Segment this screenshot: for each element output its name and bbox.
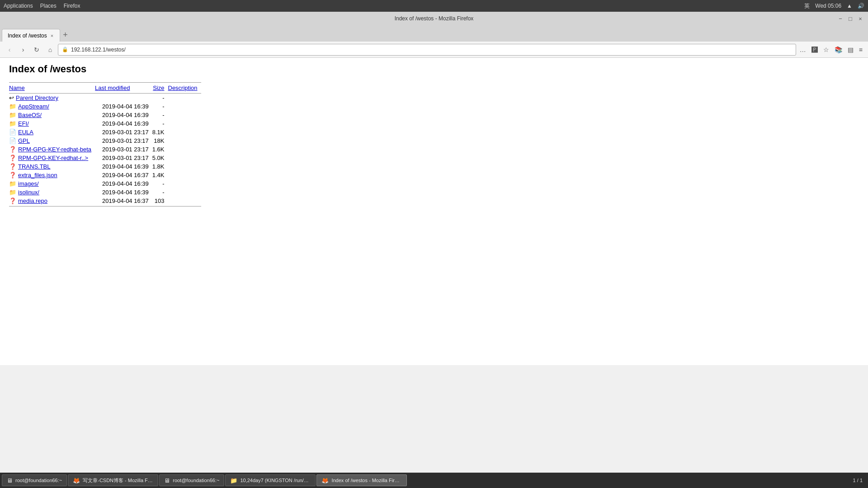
file-modified-cell: 2019-03-01 23:17 — [95, 145, 152, 154]
column-name[interactable]: Name — [9, 83, 95, 94]
file-unknown-icon: ❓ — [9, 172, 16, 178]
column-last-modified[interactable]: Last modified — [95, 83, 152, 94]
pocket-button[interactable]: 🅿 — [810, 45, 820, 54]
url-text: 192.168.122.1/westos/ — [71, 47, 792, 53]
forward-button[interactable]: › — [17, 44, 29, 56]
file-link[interactable]: EFI/ — [18, 120, 29, 127]
file-desc-cell — [168, 119, 201, 128]
firefox-menu[interactable]: Firefox — [64, 3, 80, 9]
home-button[interactable]: ⌂ — [44, 44, 56, 56]
file-desc-cell — [168, 154, 201, 162]
file-link[interactable]: isolinux/ — [18, 189, 39, 196]
column-description[interactable]: Description — [168, 83, 201, 94]
reload-button[interactable]: ↻ — [31, 44, 42, 56]
title-bar: Index of /westos - Mozilla Firefox − □ × — [0, 12, 868, 25]
file-name-cell[interactable]: ❓RPM-GPG-KEY-redhat-beta — [9, 145, 95, 154]
table-row: 📄GPL2019-03-01 23:1718K — [9, 136, 201, 145]
applications-menu[interactable]: Applications — [4, 3, 33, 9]
close-button[interactable]: × — [856, 14, 864, 23]
folder-icon: 📁 — [9, 112, 16, 118]
file-modified-cell: 2019-04-04 16:39 — [95, 179, 152, 188]
file-link[interactable]: media.repo — [18, 197, 47, 204]
file-name-cell[interactable]: 📄EULA — [9, 128, 95, 136]
file-link[interactable]: RPM-GPG-KEY-redhat-r..> — [18, 155, 88, 161]
file-size-cell: - — [152, 179, 168, 188]
table-row: ❓media.repo2019-04-04 16:37103 — [9, 197, 201, 206]
file-link[interactable]: EULA — [18, 129, 33, 136]
file-name-cell[interactable]: ❓TRANS.TBL — [9, 162, 95, 171]
file-name-cell[interactable]: 📁isolinux/ — [9, 188, 95, 197]
file-unknown-icon: ❓ — [9, 155, 16, 161]
file-desc-cell — [168, 102, 201, 111]
nav-bar: ‹ › ↻ ⌂ 🔒 192.168.122.1/westos/ … 🅿 ☆ 📚 … — [0, 42, 868, 58]
page-title: Index of /westos — [9, 63, 859, 75]
file-link[interactable]: TRANS.TBL — [18, 163, 51, 170]
tab-close-button[interactable]: × — [50, 33, 54, 38]
protocol-icon: 🔒 — [62, 47, 68, 52]
file-size-cell: 103 — [152, 197, 168, 206]
file-name-cell[interactable]: 📁AppStream/ — [9, 102, 95, 111]
new-tab-button[interactable]: + — [60, 30, 71, 40]
table-footer — [9, 206, 201, 210]
table-row: 📁images/2019-04-04 16:39- — [9, 179, 201, 188]
volume-icon: 🔊 — [858, 3, 864, 9]
back-icon: ↩ — [9, 94, 14, 101]
minimize-button[interactable]: − — [836, 14, 844, 23]
menu-button[interactable]: ≡ — [857, 45, 864, 54]
back-button[interactable]: ‹ — [4, 44, 15, 56]
table-row: 📄EULA2019-03-01 23:178.1K — [9, 128, 201, 136]
page-content: Index of /westos Name Last modified Size… — [0, 58, 868, 365]
file-name-cell[interactable]: ❓extra_files.json — [9, 171, 95, 179]
places-menu[interactable]: Places — [40, 3, 57, 9]
folder-icon: 📁 — [9, 120, 16, 127]
file-link[interactable]: BaseOS/ — [18, 112, 42, 118]
file-link[interactable]: extra_files.json — [18, 172, 57, 178]
active-tab[interactable]: Index of /westos × — [2, 29, 60, 42]
file-name-cell[interactable]: 📁EFI/ — [9, 119, 95, 128]
file-link[interactable]: Parent Directory — [16, 94, 58, 101]
file-unknown-icon: ❓ — [9, 146, 16, 153]
file-name-cell[interactable]: 📁BaseOS/ — [9, 111, 95, 119]
file-modified-cell: 2019-04-04 16:39 — [95, 111, 152, 119]
file-desc-cell — [168, 94, 201, 103]
system-bar: Applications Places Firefox 英 Wed 05:06 … — [0, 0, 868, 12]
file-size-cell: 8.1K — [152, 128, 168, 136]
maximize-button[interactable]: □ — [846, 14, 854, 23]
file-desc-cell — [168, 171, 201, 179]
file-name-cell[interactable]: ❓RPM-GPG-KEY-redhat-r..> — [9, 154, 95, 162]
file-size-cell: 1.8K — [152, 162, 168, 171]
table-row: ❓extra_files.json2019-04-04 16:371.4K — [9, 171, 201, 179]
bookmark-button[interactable]: ☆ — [821, 45, 831, 54]
en-indicator: 英 — [804, 2, 810, 10]
file-name-cell[interactable]: 📁images/ — [9, 179, 95, 188]
folder-icon: 📁 — [9, 180, 16, 187]
file-desc-cell — [168, 197, 201, 206]
table-row: ❓TRANS.TBL2019-04-04 16:391.8K — [9, 162, 201, 171]
file-link[interactable]: GPL — [18, 137, 30, 144]
table-row: ❓RPM-GPG-KEY-redhat-r..>2019-03-01 23:17… — [9, 154, 201, 162]
sidebar-button[interactable]: ▤ — [846, 45, 855, 54]
column-size[interactable]: Size — [152, 83, 168, 94]
file-modified-cell: 2019-04-04 16:39 — [95, 119, 152, 128]
file-desc-cell — [168, 136, 201, 145]
file-size-cell: - — [152, 94, 168, 103]
table-row: 📁AppStream/2019-04-04 16:39- — [9, 102, 201, 111]
library-button[interactable]: 📚 — [833, 45, 844, 54]
file-name-cell[interactable]: ❓media.repo — [9, 197, 95, 206]
file-modified-cell: 2019-04-04 16:39 — [95, 162, 152, 171]
file-link[interactable]: AppStream/ — [18, 103, 49, 110]
file-name-cell[interactable]: 📄GPL — [9, 136, 95, 145]
file-table: Name Last modified Size Description ↩Par… — [9, 82, 201, 209]
table-header-row: Name Last modified Size Description — [9, 83, 201, 94]
file-modified-cell: 2019-04-04 16:37 — [95, 197, 152, 206]
file-unknown-icon: ❓ — [9, 163, 16, 170]
file-size-cell: - — [152, 188, 168, 197]
file-modified-cell: 2019-03-01 23:17 — [95, 128, 152, 136]
file-name-cell[interactable]: ↩Parent Directory — [9, 94, 95, 103]
more-button[interactable]: … — [798, 45, 808, 54]
file-size-cell: 1.6K — [152, 145, 168, 154]
file-link[interactable]: images/ — [18, 180, 39, 187]
address-bar[interactable]: 🔒 192.168.122.1/westos/ — [58, 44, 796, 56]
table-row: 📁BaseOS/2019-04-04 16:39- — [9, 111, 201, 119]
file-link[interactable]: RPM-GPG-KEY-redhat-beta — [18, 146, 91, 153]
